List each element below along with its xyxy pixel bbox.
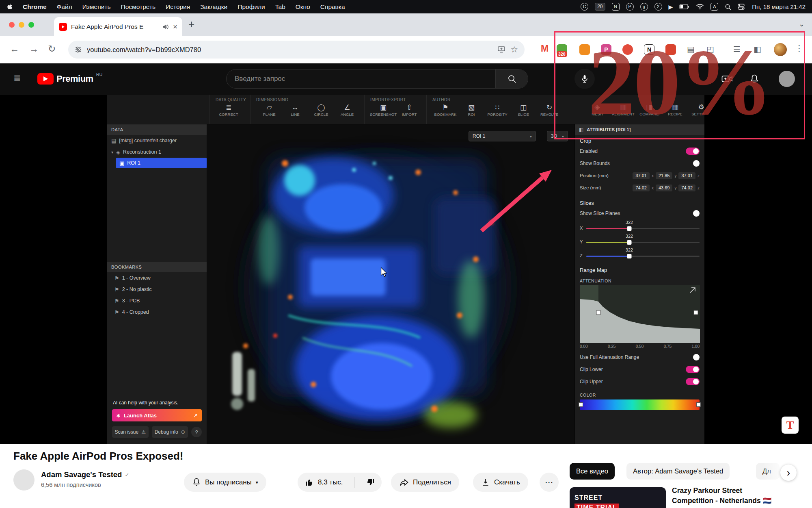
z-slider[interactable]: 322 [586,247,700,261]
menubar-clock[interactable]: Пн, 18 марта 21:42 [752,3,806,10]
tool-roi[interactable]: ▧ROI [458,102,484,117]
guide-hamburger-icon[interactable]: ≡ [14,72,20,85]
chips-scroll-button[interactable]: › [780,465,797,481]
input-source-icon[interactable]: A [710,3,718,11]
bookmark-item-pcb[interactable]: ⚑3 - PCB [107,295,207,306]
tool-bookmark[interactable]: ⚑BOOKMARK [432,102,458,117]
launch-atlas-button[interactable]: ∗ Launch Atlas ↗ [112,409,202,421]
menubar-item-history[interactable]: История [166,3,190,11]
dislike-button[interactable] [359,473,382,492]
site-settings-icon[interactable] [75,46,82,53]
z-slider-handle[interactable] [627,254,632,258]
color-left-handle[interactable] [579,402,583,407]
back-button[interactable]: ← [10,43,19,55]
bookmark-item-cropped[interactable]: ⚑4 - Cropped [107,306,207,318]
chevron-down-icon[interactable]: ▾ [111,150,113,154]
menubar-item-view[interactable]: Посмотреть [121,3,155,11]
control-center-icon[interactable] [738,4,745,10]
clip-upper-toggle[interactable] [686,378,700,385]
menubar-item-help[interactable]: Справка [320,3,345,11]
show-slice-planes-toggle[interactable] [693,210,700,217]
tool-circle[interactable]: ◯CIRCLE [308,102,334,117]
notion-menubar-icon[interactable]: N [612,3,620,11]
size-x-input[interactable]: 74.02 [633,185,650,191]
channel-name[interactable]: Adam Savage's Tested✓ [41,470,129,479]
position-z-input[interactable]: 37.01 [678,172,695,179]
play-status-icon[interactable]: ▶ [669,4,673,10]
tab-close-icon[interactable]: × [173,22,177,31]
subscribed-button[interactable]: Вы подписаны ▾ [184,473,266,492]
tool-porosity[interactable]: ∷POROSITY [484,102,510,117]
share-button[interactable]: Поделиться [391,473,459,492]
youtube-logo[interactable]: Premium RU [37,73,103,85]
position-y-input[interactable]: 21.85 [656,172,673,179]
window-minimize-button[interactable] [19,22,24,28]
tool-slice[interactable]: ◫SLICE [510,102,536,117]
enabled-toggle[interactable] [686,148,700,155]
bookmark-star-icon[interactable]: ☆ [510,45,518,54]
menubar-app-name[interactable]: Chrome [23,3,47,11]
roi-selector[interactable]: ROI 1▾ [469,131,536,141]
window-zoom-button[interactable] [28,22,34,28]
menubar-item-edit[interactable]: Изменить [82,3,111,11]
related-video-thumbnail[interactable]: STREET TIME TRIAL [570,487,666,508]
tree-item-reconstruction[interactable]: ▾◈Reconstruction 1 [107,146,207,158]
size-z-input[interactable]: 74.02 [678,185,695,191]
tree-item-dataset[interactable]: ▤[mktg] counterfeit charger [107,135,207,146]
tool-plane[interactable]: ▱PLANE [256,102,282,117]
bookmark-item-no-plastic[interactable]: ⚑2 - No plastic [107,284,207,295]
filter-chip-all[interactable]: Все видео [570,463,615,480]
color-right-handle[interactable] [696,402,701,407]
filter-chip-author[interactable]: Автор: Adam Savage's Tested [626,463,730,480]
clip-lower-toggle[interactable] [686,366,700,373]
menubar-item-window[interactable]: Окно [296,3,310,11]
menubar-item-profiles[interactable]: Профили [238,3,265,11]
tool-line[interactable]: ↔LINE [282,102,308,117]
position-x-input[interactable]: 37.01 [633,172,650,179]
menubar-item-file[interactable]: Файл [57,3,72,11]
full-range-toggle[interactable] [693,354,700,360]
size-y-input[interactable]: 43.69 [656,185,673,191]
viewport-3d[interactable]: ROI 1▾ 3D▾ [207,124,574,444]
install-app-icon[interactable] [497,46,505,53]
menubar-item-tab[interactable]: Tab [275,3,285,11]
address-bar[interactable]: youtube.com/watch?v=Db99cXMD780 ☆ [68,41,525,59]
tool-angle[interactable]: ∠ANGLE [334,102,360,117]
grammarly-icon[interactable]: g [640,3,648,11]
debug-info-button[interactable]: Debug info⊙ [152,426,188,438]
scan-issue-button[interactable]: Scan issue⚠ [112,426,149,438]
video-player[interactable]: DATA QUALITY ≣CORRECT DIMENSIONING ▱PLAN… [0,95,812,444]
tool-correct[interactable]: ≣CORRECT [216,102,242,117]
spotlight-search-icon[interactable] [725,4,731,10]
battery-icon[interactable] [679,4,689,9]
tree-item-roi-selected[interactable]: ▣ROI 1 [116,158,207,168]
tab-audio-icon[interactable] [162,24,169,30]
like-button[interactable]: 8,3 тыс. [298,473,350,492]
menubar-item-bookmarks[interactable]: Закладки [200,3,227,11]
parallels-icon[interactable]: P [626,3,634,11]
reload-button[interactable]: ↻ [48,43,56,55]
related-video-title[interactable]: Crazy Parkour Street Competition - Nethe… [672,486,808,506]
help-button[interactable]: ? [191,427,202,437]
badge-2-icon[interactable]: 2 [654,3,662,11]
attenuation-histogram[interactable] [580,285,700,343]
gmail-icon[interactable]: M [541,44,549,53]
apple-menu-icon[interactable] [6,3,13,10]
tool-screenshot[interactable]: ▣SCREENSHOT [370,102,396,117]
wifi-icon[interactable] [696,4,704,10]
y-slider[interactable]: 322 [586,233,700,247]
window-close-button[interactable] [9,22,15,28]
search-bar[interactable]: Введите запрос [226,69,528,89]
download-button[interactable]: Скачать [473,473,528,492]
battery-percent-badge[interactable]: 20 [595,3,605,11]
show-bounds-toggle[interactable] [693,160,700,167]
more-actions-button[interactable]: ⋯ [540,473,559,492]
tool-import[interactable]: ⇧IMPORT [396,102,422,117]
color-gradient-bar[interactable] [580,399,700,410]
copilot-icon[interactable]: C [581,3,588,11]
new-tab-button[interactable]: + [188,19,194,29]
forward-button[interactable]: → [29,43,39,55]
x-slider-handle[interactable] [627,226,632,231]
search-button[interactable] [495,69,528,88]
bookmark-item-overview[interactable]: ⚑1 - Overview [107,272,207,284]
